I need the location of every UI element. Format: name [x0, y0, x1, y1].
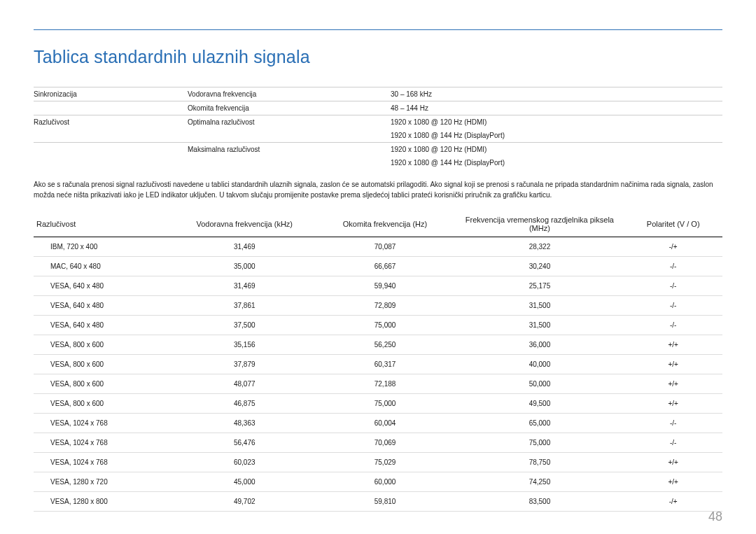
- specs-cell: 1920 x 1080 @ 120 Hz (HDMI): [391, 143, 722, 157]
- table-row: VESA, 1024 x 76848,36360,00465,000-/-: [34, 414, 722, 433]
- table-cell: 48,363: [174, 414, 315, 433]
- table-cell: +/+: [624, 472, 722, 492]
- specs-row: RazlučivostOptimalna razlučivost1920 x 1…: [34, 115, 722, 129]
- description-text: Ako se s računala prenosi signal razluči…: [34, 179, 722, 200]
- specs-cell: 1920 x 1080 @ 144 Hz (DisplayPort): [391, 129, 722, 143]
- table-cell: IBM, 720 x 400: [34, 237, 174, 257]
- table-cell: -/-: [624, 316, 722, 335]
- table-cell: +/+: [624, 355, 722, 374]
- table-cell: 70,069: [315, 433, 456, 453]
- table-cell: -/-: [624, 296, 722, 316]
- table-cell: 31,500: [455, 296, 624, 316]
- table-row: VESA, 800 x 60046,87575,00049,500+/+: [34, 394, 722, 414]
- table-cell: 60,004: [315, 414, 456, 433]
- table-cell: 75,029: [315, 453, 456, 472]
- table-cell: -/+: [624, 492, 722, 512]
- table-cell: VESA, 800 x 600: [34, 335, 174, 355]
- specs-row: Maksimalna razlučivost1920 x 1080 @ 120 …: [34, 143, 722, 157]
- col-hfreq: Vodoravna frekvencija (kHz): [174, 211, 315, 237]
- table-cell: 70,087: [315, 237, 456, 257]
- table-cell: 56,250: [315, 335, 456, 355]
- top-divider: [34, 29, 722, 30]
- table-cell: VESA, 640 x 480: [34, 276, 174, 296]
- table-cell: 75,000: [455, 433, 624, 453]
- table-cell: 31,469: [174, 237, 315, 257]
- specs-cell: 30 – 168 kHz: [391, 87, 722, 101]
- table-cell: VESA, 640 x 480: [34, 316, 174, 335]
- table-cell: 75,000: [315, 394, 456, 414]
- table-cell: -/+: [624, 237, 722, 257]
- specs-table: SinkronizacijaVodoravna frekvencija30 – …: [34, 87, 722, 169]
- table-cell: 83,500: [455, 492, 624, 512]
- table-cell: 50,000: [455, 374, 624, 394]
- table-row: VESA, 800 x 60035,15656,25036,000+/+: [34, 335, 722, 355]
- table-cell: 60,023: [174, 453, 315, 472]
- table-cell: 49,702: [174, 492, 315, 512]
- table-cell: VESA, 640 x 480: [34, 296, 174, 316]
- table-cell: 75,000: [315, 316, 456, 335]
- col-resolution: Razlučivost: [34, 211, 174, 237]
- table-cell: -/-: [624, 257, 722, 276]
- table-cell: VESA, 1280 x 800: [34, 492, 174, 512]
- table-row: IBM, 720 x 40031,46970,08728,322-/+: [34, 237, 722, 257]
- table-cell: VESA, 1280 x 720: [34, 472, 174, 492]
- specs-row: 1920 x 1080 @ 144 Hz (DisplayPort): [34, 156, 722, 169]
- table-cell: 59,940: [315, 276, 456, 296]
- page-number: 48: [708, 510, 722, 524]
- specs-cell: Sinkronizacija: [34, 87, 188, 101]
- page-title: Tablica standardnih ulaznih signala: [34, 47, 722, 67]
- table-cell: 78,750: [455, 453, 624, 472]
- table-header-row: Razlučivost Vodoravna frekvencija (kHz) …: [34, 211, 722, 237]
- table-cell: 36,000: [455, 335, 624, 355]
- specs-cell: [188, 129, 391, 143]
- specs-cell: 1920 x 1080 @ 144 Hz (DisplayPort): [391, 156, 722, 169]
- specs-cell: Okomita frekvencija: [188, 101, 391, 115]
- table-cell: 37,879: [174, 355, 315, 374]
- table-cell: VESA, 1024 x 768: [34, 433, 174, 453]
- table-row: VESA, 640 x 48037,86172,80931,500-/-: [34, 296, 722, 316]
- col-pixelclock: Frekvencija vremenskog razdjelnika pikse…: [455, 211, 624, 237]
- table-cell: 37,861: [174, 296, 315, 316]
- specs-cell: [188, 156, 391, 169]
- table-cell: 72,809: [315, 296, 456, 316]
- table-cell: VESA, 800 x 600: [34, 374, 174, 394]
- specs-cell: [34, 156, 188, 169]
- table-cell: -/-: [624, 433, 722, 453]
- table-row: VESA, 800 x 60048,07772,18850,000+/+: [34, 374, 722, 394]
- table-cell: 46,875: [174, 394, 315, 414]
- table-row: VESA, 640 x 48037,50075,00031,500-/-: [34, 316, 722, 335]
- col-vfreq: Okomita frekvencija (Hz): [315, 211, 456, 237]
- table-cell: 66,667: [315, 257, 456, 276]
- table-cell: VESA, 1024 x 768: [34, 414, 174, 433]
- table-cell: 28,322: [455, 237, 624, 257]
- table-row: VESA, 1280 x 80049,70259,81083,500-/+: [34, 492, 722, 512]
- table-cell: +/+: [624, 453, 722, 472]
- specs-cell: [34, 129, 188, 143]
- specs-cell: Vodoravna frekvencija: [188, 87, 391, 101]
- table-cell: VESA, 1024 x 768: [34, 453, 174, 472]
- specs-row: 1920 x 1080 @ 144 Hz (DisplayPort): [34, 129, 722, 143]
- table-cell: 35,000: [174, 257, 315, 276]
- table-cell: 56,476: [174, 433, 315, 453]
- table-cell: 45,000: [174, 472, 315, 492]
- specs-cell: 1920 x 1080 @ 120 Hz (HDMI): [391, 115, 722, 129]
- table-cell: 31,469: [174, 276, 315, 296]
- table-cell: 35,156: [174, 335, 315, 355]
- specs-cell: Razlučivost: [34, 115, 188, 129]
- table-cell: 60,317: [315, 355, 456, 374]
- specs-row: SinkronizacijaVodoravna frekvencija30 – …: [34, 87, 722, 101]
- table-cell: VESA, 800 x 600: [34, 355, 174, 374]
- table-cell: 25,175: [455, 276, 624, 296]
- table-row: VESA, 1024 x 76856,47670,06975,000-/-: [34, 433, 722, 453]
- table-cell: -/-: [624, 414, 722, 433]
- table-row: VESA, 640 x 48031,46959,94025,175-/-: [34, 276, 722, 296]
- col-polarity: Polaritet (V / O): [624, 211, 722, 237]
- table-row: MAC, 640 x 48035,00066,66730,240-/-: [34, 257, 722, 276]
- table-cell: 48,077: [174, 374, 315, 394]
- table-cell: 59,810: [315, 492, 456, 512]
- table-cell: 72,188: [315, 374, 456, 394]
- specs-cell: [34, 143, 188, 157]
- table-cell: -/-: [624, 276, 722, 296]
- table-cell: +/+: [624, 335, 722, 355]
- table-cell: 65,000: [455, 414, 624, 433]
